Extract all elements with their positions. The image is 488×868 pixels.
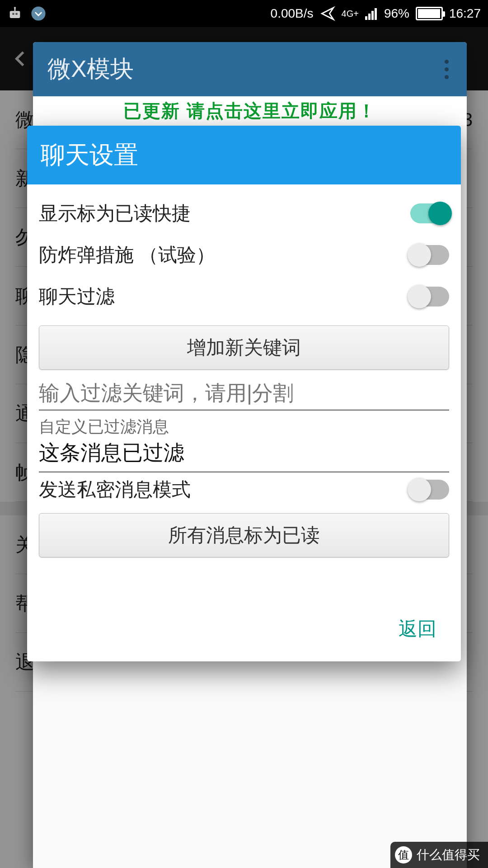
svg-point-4: [14, 7, 16, 9]
status-bar: 0.00B/s 4G+ 96% 16:27: [0, 0, 488, 27]
dialog-header: 聊天设置: [27, 126, 461, 184]
clock: 16:27: [449, 6, 481, 21]
back-button[interactable]: 返回: [392, 612, 443, 646]
toggle-switch[interactable]: [410, 480, 449, 500]
dialog-title: 聊天设置: [41, 139, 138, 172]
watermark: 值 什么值得买: [390, 842, 488, 868]
overflow-menu-icon[interactable]: [441, 56, 452, 83]
svg-rect-0: [10, 11, 20, 18]
toggle-switch[interactable]: [410, 287, 449, 307]
toggle-row-chat-filter[interactable]: 聊天过滤: [39, 276, 449, 317]
toggle-row-mark-read[interactable]: 显示标为已读快捷: [39, 193, 449, 234]
data-rate: 0.00B/s: [271, 6, 314, 21]
app-notification-icon: [31, 6, 46, 21]
filtered-message-field[interactable]: 这条消息已过滤: [39, 438, 449, 472]
svg-rect-2: [15, 13, 17, 15]
network-type: 4G+: [342, 9, 359, 18]
robot-icon: [7, 6, 23, 21]
mark-all-read-button[interactable]: 所有消息标为已读: [39, 513, 449, 557]
svg-point-5: [31, 6, 45, 20]
battery-percent: 96%: [384, 6, 409, 21]
toggle-switch[interactable]: [410, 203, 449, 223]
custom-filtered-label: 自定义已过滤消息: [39, 416, 449, 438]
toggle-row-anti-bomb[interactable]: 防炸弹措施 （试验）: [39, 234, 449, 276]
update-banner[interactable]: 已更新 请点击这里立即应用！: [33, 96, 467, 125]
svg-rect-1: [12, 13, 14, 15]
keyword-input[interactable]: [39, 378, 449, 410]
battery-icon: [416, 7, 443, 20]
watermark-text: 什么值得买: [417, 846, 480, 863]
module-header: 微X模块: [33, 42, 467, 96]
toggle-row-private-mode[interactable]: 发送私密消息模式: [39, 472, 449, 505]
chat-settings-dialog: 聊天设置 显示标为已读快捷 防炸弹措施 （试验） 聊天过滤 增加新关键词 自定义…: [27, 126, 461, 661]
toggle-switch[interactable]: [410, 245, 449, 265]
watermark-icon: 值: [395, 846, 412, 863]
signal-icon: [365, 7, 378, 20]
module-title: 微X模块: [47, 53, 134, 85]
add-keyword-button[interactable]: 增加新关键词: [39, 326, 449, 370]
send-icon: [320, 6, 335, 21]
